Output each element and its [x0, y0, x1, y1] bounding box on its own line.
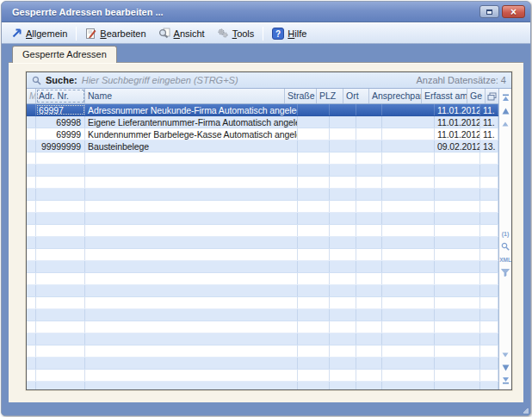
cell-m: [27, 165, 36, 176]
cell-strasse[interactable]: [298, 140, 330, 152]
scroll-to-top-button[interactable]: [500, 93, 511, 103]
cell-ansprechpartner[interactable]: [382, 104, 435, 115]
cell-erfasst[interactable]: 11.01.2012: [435, 104, 480, 115]
close-button[interactable]: ×: [502, 5, 525, 18]
cell-erfasst: [435, 237, 480, 248]
window-controls: ×: [479, 5, 525, 18]
grid-side-toolbar: (1) XML: [498, 89, 511, 389]
cell-ort[interactable]: [356, 128, 382, 140]
column-header-adr[interactable]: Adr. Nr.: [36, 89, 85, 103]
cell-name[interactable]: Eigene Lieferantennummer-Firma Automatis…: [85, 116, 298, 128]
cell-plz[interactable]: [330, 116, 356, 128]
column-header-erfasst[interactable]: Erfasst am: [422, 89, 467, 103]
column-header-strasse[interactable]: Straße: [285, 89, 317, 103]
cell-ansprechpartner[interactable]: [382, 140, 435, 152]
empty-row: [27, 285, 498, 297]
cell-m: [27, 285, 36, 296]
cell-ansprechpartner: [382, 285, 435, 296]
menu-item-hilfe[interactable]: ?Hilfe: [266, 26, 312, 41]
edit-page-icon: [85, 28, 96, 40]
record-count-icon[interactable]: (1): [500, 229, 511, 239]
resize-grip[interactable]: [523, 408, 529, 414]
cell-m[interactable]: [27, 128, 36, 140]
cell-ansprechpartner: [382, 189, 435, 200]
cell-ort[interactable]: [356, 116, 382, 128]
cell-m[interactable]: [27, 140, 36, 152]
column-chooser-button[interactable]: [486, 89, 498, 103]
cell-ansprechpartner[interactable]: [382, 116, 435, 128]
cell-ge: [480, 152, 498, 164]
cell-m: [27, 345, 36, 357]
cell-strasse: [298, 309, 330, 321]
cell-strasse[interactable]: [298, 128, 330, 140]
column-header-ansprechpartner[interactable]: Ansprechpartner: [369, 89, 422, 103]
cell-erfasst[interactable]: 11.01.2012: [435, 116, 480, 128]
search-bar[interactable]: Suche: Hier Suchbegriff eingeben (STRG+S…: [27, 72, 511, 89]
column-header-ort[interactable]: Ort: [343, 89, 369, 103]
menu-item-bearbeiten[interactable]: Bearbeiten: [79, 26, 152, 41]
menu-item-label: Hilfe: [288, 28, 306, 39]
cell-ansprechpartner[interactable]: [382, 128, 435, 140]
table-row[interactable]: 69999Kundennummer Barbelege-Kasse Automa…: [27, 128, 498, 140]
cell-ge[interactable]: 11.: [480, 128, 498, 140]
menu-item-tools[interactable]: Tools: [211, 26, 261, 40]
cell-plz[interactable]: [330, 104, 356, 115]
cell-adr[interactable]: 69997: [36, 104, 85, 115]
search-input[interactable]: Hier Suchbegriff eingeben (STRG+S): [82, 75, 412, 85]
cell-adr[interactable]: 99999999: [36, 140, 85, 152]
menu-bar: AllgemeinBearbeitenAnsichtTools?Hilfe: [2, 22, 530, 44]
filter-icon[interactable]: [500, 268, 511, 277]
cell-m: [27, 309, 36, 321]
cell-ansprechpartner: [382, 261, 435, 272]
cell-name[interactable]: Adressnummer Neukunde-Firma Automatisch …: [85, 104, 298, 115]
cell-ort[interactable]: [356, 140, 382, 152]
scroll-to-bottom-button[interactable]: [500, 376, 511, 385]
menu-item-ansicht[interactable]: Ansicht: [152, 26, 211, 40]
cell-name: [85, 165, 298, 176]
search-label: Suche:: [46, 75, 77, 85]
cell-adr[interactable]: 69999: [36, 128, 85, 140]
cell-name: [85, 285, 298, 296]
table-row[interactable]: 69998Eigene Lieferantennummer-Firma Auto…: [27, 116, 498, 128]
cell-plz[interactable]: [330, 140, 356, 152]
cell-strasse[interactable]: [298, 116, 330, 128]
cell-ort[interactable]: [356, 104, 382, 115]
cell-strasse[interactable]: [298, 104, 330, 115]
column-header-plz[interactable]: PLZ: [317, 89, 343, 103]
cell-name[interactable]: Bausteinbelege: [85, 140, 298, 152]
column-header-m[interactable]: M: [27, 89, 36, 103]
search-icon: [32, 76, 41, 85]
scroll-up-button[interactable]: [500, 119, 511, 128]
tab-gesperrte-adressen[interactable]: Gesperrte Adressen: [12, 46, 117, 63]
cell-name: [85, 382, 298, 389]
zoom-search-icon[interactable]: [500, 242, 511, 252]
cell-ge[interactable]: 11.: [480, 104, 498, 115]
scroll-up-page-button[interactable]: [500, 106, 511, 115]
cell-ort: [356, 358, 382, 369]
menu-item-allgemein[interactable]: Allgemein: [5, 26, 73, 40]
cell-ge[interactable]: 13.: [480, 140, 498, 152]
cell-ansprechpartner: [382, 249, 435, 260]
title-bar: Gesperrte Adressen bearbeiten ... ×: [2, 2, 530, 22]
empty-row: [27, 152, 498, 165]
cell-m[interactable]: [27, 104, 36, 115]
table-row[interactable]: 99999999Bausteinbelege09.02.201213.: [27, 140, 498, 152]
cell-name[interactable]: Kundennummer Barbelege-Kasse Automatisch…: [85, 128, 298, 140]
cell-plz[interactable]: [330, 128, 356, 140]
table-row[interactable]: 69997Adressnummer Neukunde-Firma Automat…: [27, 104, 498, 116]
xml-export-icon[interactable]: XML: [500, 255, 511, 265]
cell-strasse: [298, 345, 330, 357]
cell-m[interactable]: [27, 116, 36, 128]
column-header-name[interactable]: Name: [85, 89, 285, 103]
cell-ansprechpartner: [382, 321, 435, 333]
cell-adr[interactable]: 69998: [36, 116, 85, 128]
column-header-ge[interactable]: Ge: [467, 89, 486, 103]
scroll-down-page-button[interactable]: [500, 363, 511, 372]
scroll-down-button[interactable]: [500, 350, 511, 359]
cell-ge[interactable]: 11.: [480, 116, 498, 128]
restore-button[interactable]: [479, 5, 499, 18]
cell-adr: [36, 333, 85, 345]
cell-m: [27, 261, 36, 272]
cell-erfasst[interactable]: 09.02.2012: [435, 140, 480, 152]
cell-erfasst[interactable]: 11.01.2012: [435, 128, 480, 140]
